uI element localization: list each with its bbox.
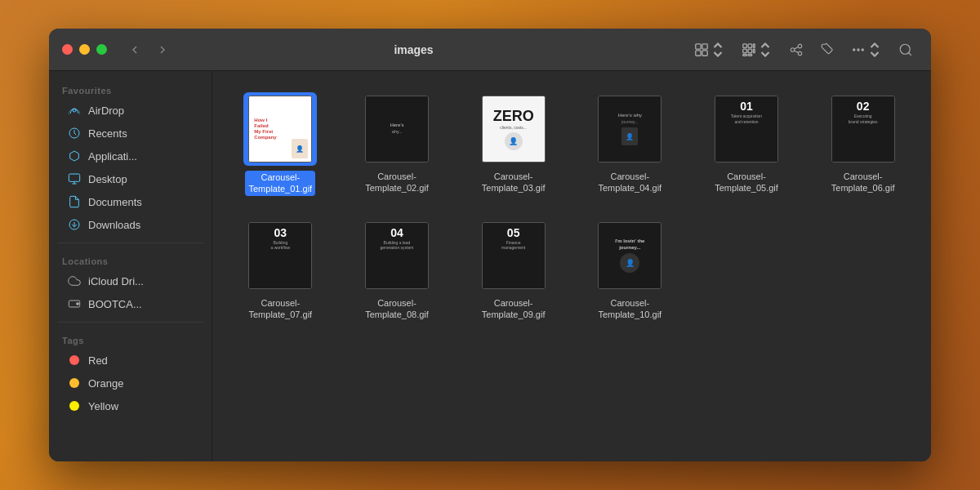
- sidebar-item-label: BOOTCA...: [88, 298, 142, 310]
- svg-point-12: [853, 48, 855, 50]
- minimize-button[interactable]: [79, 44, 90, 55]
- documents-icon: [67, 194, 82, 209]
- file-area: How IFailedMy FirstCompany 👤 Carousel-Te…: [212, 71, 931, 461]
- file-item-03[interactable]: ZERO clients, costs... 👤 Carousel-Templa…: [461, 87, 565, 201]
- svg-rect-9: [753, 49, 755, 53]
- sidebar-item-label: Yellow: [88, 400, 118, 412]
- file-thumb-05: 01 Talent acquisitionand retention: [710, 92, 783, 166]
- sidebar-item-icloud[interactable]: iCloud Dri...: [54, 270, 207, 292]
- file-thumb-07: 03 Buildinga workflow: [243, 219, 317, 292]
- sidebar-item-label: Recents: [88, 127, 127, 140]
- main-content: Favourites AirDrop: [49, 71, 931, 461]
- file-thumb-01: How IFailedMy FirstCompany 👤: [243, 92, 317, 166]
- yellow-tag-icon: [67, 399, 82, 413]
- maximize-button[interactable]: [96, 44, 107, 55]
- sidebar-item-recents[interactable]: Recents: [54, 122, 207, 145]
- svg-point-15: [900, 44, 910, 54]
- file-name: Carousel-Template_03.gif: [482, 171, 546, 194]
- close-button[interactable]: [62, 44, 73, 55]
- airdrop-icon: [67, 103, 82, 118]
- svg-point-14: [862, 48, 863, 50]
- file-thumb-08: 04 Building a leadgeneration system: [360, 219, 434, 292]
- locations-section-title: Locations: [49, 250, 212, 270]
- svg-rect-5: [748, 43, 752, 47]
- toolbar-right: [689, 39, 918, 60]
- sidebar-item-tag-red[interactable]: Red: [54, 349, 207, 372]
- file-thumb-09: 05 Financemanagement: [477, 219, 550, 292]
- sidebar-item-label: Documents: [88, 196, 142, 208]
- sidebar-item-label: AirDrop: [88, 105, 124, 117]
- sidebar-item-label: iCloud Dri...: [88, 275, 144, 287]
- icloud-icon: [67, 274, 82, 288]
- file-grid: How IFailedMy FirstCompany 👤 Carousel-Te…: [229, 87, 915, 325]
- sidebar-item-tag-yellow[interactable]: Yellow: [54, 394, 207, 417]
- svg-rect-11: [748, 54, 752, 56]
- svg-rect-18: [69, 174, 79, 181]
- search-button[interactable]: [893, 39, 918, 60]
- file-item-09[interactable]: 05 Financemanagement Carousel-Template_0…: [461, 214, 565, 326]
- favourites-section-title: Favourites: [49, 79, 212, 99]
- sidebar-item-bootca[interactable]: BOOTCA...: [54, 292, 207, 315]
- list-view-button[interactable]: [737, 39, 777, 60]
- share-button[interactable]: [784, 39, 808, 60]
- file-thumb-02: Here'swhy...: [360, 92, 434, 166]
- red-tag-icon: [67, 353, 82, 368]
- tag-button[interactable]: [815, 39, 840, 60]
- file-name: Carousel-Template_04.gif: [598, 171, 662, 194]
- svg-rect-3: [702, 50, 707, 55]
- svg-rect-10: [743, 54, 747, 56]
- svg-rect-7: [743, 49, 747, 53]
- more-button[interactable]: [846, 39, 887, 60]
- sidebar-item-tag-orange[interactable]: Orange: [54, 372, 207, 394]
- svg-rect-2: [696, 50, 701, 55]
- file-item-01[interactable]: How IFailedMy FirstCompany 👤 Carousel-Te…: [229, 87, 332, 201]
- file-thumb-10: I'm lovin' thejourney... 👤: [593, 219, 666, 292]
- view-toggle-button[interactable]: [689, 39, 730, 60]
- file-name: Carousel-Template_09.gif: [482, 297, 546, 321]
- file-name: Carousel-Template_02.gif: [365, 171, 429, 194]
- sidebar-item-label: Red: [88, 354, 108, 367]
- file-thumb-04: Here's whyjourney... 👤: [593, 92, 666, 166]
- file-item-02[interactable]: Here'swhy... Carousel-Template_02.gif: [345, 87, 449, 201]
- svg-rect-4: [743, 43, 747, 47]
- file-item-08[interactable]: 04 Building a leadgeneration system Caro…: [345, 214, 449, 326]
- sidebar-item-label: Desktop: [88, 173, 127, 185]
- window-title: images: [138, 43, 689, 56]
- sidebar-item-label: Applicati...: [88, 150, 137, 163]
- applications-icon: [67, 149, 82, 163]
- sidebar-divider: [57, 243, 203, 243]
- sidebar-item-applications[interactable]: Applicati...: [54, 145, 207, 167]
- sidebar-item-label: Orange: [88, 377, 123, 390]
- file-name: Carousel-Template_08.gif: [365, 297, 429, 321]
- svg-point-21: [77, 303, 79, 305]
- svg-rect-6: [753, 43, 755, 47]
- file-item-04[interactable]: Here's whyjourney... 👤 Carousel-Template…: [578, 87, 682, 201]
- sidebar: Favourites AirDrop: [49, 71, 212, 461]
- traffic-lights: [62, 44, 107, 55]
- file-name: Carousel-Template_06.gif: [831, 171, 895, 194]
- file-thumb-03: ZERO clients, costs... 👤: [477, 92, 550, 166]
- file-item-06[interactable]: 02 Executingbrand strategies Carousel-Te…: [811, 87, 915, 201]
- sidebar-item-desktop[interactable]: Desktop: [54, 167, 207, 190]
- svg-rect-1: [702, 43, 707, 48]
- disk-icon: [67, 296, 82, 311]
- file-thumb-06: 02 Executingbrand strategies: [826, 92, 900, 166]
- downloads-icon: [67, 217, 82, 232]
- file-name: Carousel-Template_01.gif: [245, 171, 315, 196]
- svg-point-13: [858, 48, 859, 50]
- sidebar-item-downloads[interactable]: Downloads: [54, 213, 207, 236]
- file-item-10[interactable]: I'm lovin' thejourney... 👤 Carousel-Temp…: [578, 214, 682, 326]
- file-item-05[interactable]: 01 Talent acquisitionand retention Carou…: [695, 87, 799, 201]
- file-name: Carousel-Template_05.gif: [715, 171, 778, 194]
- sidebar-divider-2: [57, 322, 203, 323]
- file-item-07[interactable]: 03 Buildinga workflow Carousel-Template_…: [229, 214, 332, 326]
- sidebar-item-label: Downloads: [88, 219, 140, 231]
- file-name: Carousel-Template_07.gif: [248, 297, 312, 321]
- tags-section-title: Tags: [49, 329, 212, 349]
- sidebar-item-documents[interactable]: Documents: [54, 190, 207, 213]
- sidebar-item-airdrop[interactable]: AirDrop: [54, 99, 207, 122]
- orange-tag-icon: [67, 376, 82, 390]
- finder-window: images: [49, 29, 931, 461]
- desktop-icon: [67, 172, 82, 186]
- file-name: Carousel-Template_10.gif: [598, 297, 662, 321]
